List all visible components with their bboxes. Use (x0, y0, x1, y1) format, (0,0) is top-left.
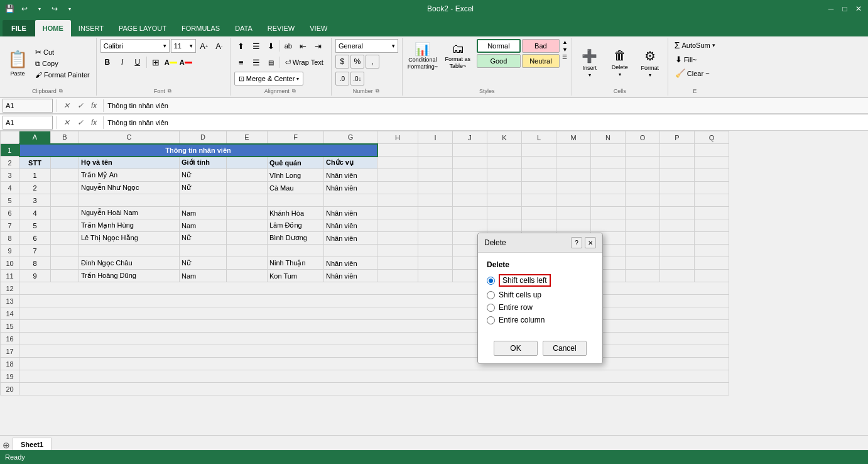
align-center-button[interactable]: ☰ (249, 55, 263, 69)
cell-G6[interactable]: Nhân viên (324, 207, 377, 219)
cell-A7[interactable]: 5 (19, 219, 51, 232)
cell-G4[interactable]: Nhân viên (324, 182, 377, 194)
col-header-F[interactable]: F (268, 131, 324, 144)
cell-A3[interactable]: 1 (19, 169, 51, 182)
insert-cells-button[interactable]: ➕ Insert ▾ (576, 45, 604, 81)
cell-A2[interactable]: STT (19, 157, 51, 169)
clear-button[interactable]: 🧹 Clear ~ (672, 67, 713, 79)
cell-C3[interactable]: Trần Mỹ An (79, 169, 180, 182)
sheet-tab-1[interactable]: Sheet1 (13, 438, 52, 450)
align-middle-button[interactable]: ☰ (249, 39, 263, 53)
currency-button[interactable]: $ (335, 55, 349, 69)
font-size-dropdown[interactable]: ▾ (190, 43, 193, 49)
row-header-3[interactable]: 3 (1, 169, 19, 182)
conditional-formatting-button[interactable]: 📊 Conditional Formatting~ (406, 39, 439, 73)
cancel-formula[interactable]: ✕ (61, 118, 72, 127)
cell-F6[interactable]: Khánh Hòa (268, 207, 324, 219)
cell-D11[interactable]: Nam (180, 270, 227, 282)
autosum-dropdown[interactable]: ▾ (712, 42, 715, 48)
italic-button[interactable]: I (116, 55, 129, 69)
dialog-ok-button[interactable]: OK (494, 341, 538, 356)
tab-insert[interactable]: INSERT (71, 20, 111, 36)
close-button[interactable]: ✕ (852, 2, 865, 16)
styles-more-button[interactable]: ▲ (562, 39, 568, 45)
confirm-formula[interactable]: ✓ (75, 118, 86, 127)
insert-dropdown[interactable]: ▾ (589, 72, 591, 78)
undo-dropdown[interactable]: ▾ (33, 2, 46, 16)
confirm-formula-outer[interactable]: ✓ (75, 101, 86, 110)
text-direction-button[interactable]: ab (281, 39, 295, 53)
fx-button[interactable]: fx (89, 118, 99, 127)
row-header-7[interactable]: 7 (1, 219, 19, 232)
cell-G10[interactable]: Nhân viên (324, 257, 377, 270)
row-header-5[interactable]: 5 (1, 194, 19, 207)
sheet-area[interactable]: A B C D E F G H I J K L M N O (0, 131, 868, 435)
row-header-2[interactable]: 2 (1, 157, 19, 169)
cell-G11[interactable]: Nhân viên (324, 270, 377, 282)
format-cells-button[interactable]: ⚙ Format ▾ (636, 45, 664, 81)
formula-input-outer[interactable] (107, 99, 865, 113)
cell-A11[interactable]: 9 (19, 270, 51, 282)
tab-data[interactable]: DATA (227, 20, 260, 36)
cell-A4[interactable]: 2 (19, 182, 51, 194)
copy-button[interactable]: ⧉ Copy (33, 58, 92, 69)
col-header-N[interactable]: N (591, 131, 626, 144)
cell-A8[interactable]: 6 (19, 232, 51, 245)
col-header-I[interactable]: I (418, 131, 453, 144)
cell-F3[interactable]: Vĩnh Long (268, 169, 324, 182)
row-header-9[interactable]: 9 (1, 245, 19, 257)
cut-button[interactable]: ✂ Cut (33, 47, 92, 58)
row-header-8[interactable]: 8 (1, 232, 19, 245)
styles-less-button[interactable]: ▼ (562, 47, 568, 53)
row-header-1[interactable]: 1 (1, 144, 19, 157)
add-sheet-button[interactable]: ⊕ (3, 440, 10, 450)
cancel-formula-outer[interactable]: ✕ (61, 101, 72, 110)
col-header-Q[interactable]: Q (695, 131, 729, 144)
row-header-4[interactable]: 4 (1, 182, 19, 194)
tab-view[interactable]: VIEW (302, 20, 335, 36)
row-header-11[interactable]: 11 (1, 270, 19, 282)
maximize-button[interactable]: □ (838, 2, 852, 16)
col-header-E[interactable]: E (227, 131, 268, 144)
name-box-outer[interactable]: A1 (3, 99, 53, 113)
paste-button[interactable]: 📋 Paste (4, 45, 31, 81)
align-bottom-button[interactable]: ⬇ (264, 39, 278, 53)
cell-B2[interactable] (51, 157, 79, 169)
cell-F4[interactable]: Cà Mau (268, 182, 324, 194)
radio-entire-col[interactable]: Entire column (487, 316, 594, 324)
col-header-H[interactable]: H (377, 131, 418, 144)
save-button[interactable]: 💾 (3, 2, 16, 16)
cell-A1[interactable]: Thông tin nhân viên (19, 144, 377, 157)
tab-formulas[interactable]: FORMULAS (174, 20, 227, 36)
align-left-button[interactable]: ≡ (234, 55, 248, 69)
cell-C2[interactable]: Họ và tên (79, 157, 180, 169)
comma-button[interactable]: , (366, 55, 379, 69)
dialog-cancel-button[interactable]: Cancel (543, 341, 587, 356)
alignment-expand[interactable]: ⧉ (291, 88, 297, 94)
format-painter-button[interactable]: 🖌 Format Painter (33, 70, 92, 80)
font-color-button[interactable]: A (179, 55, 193, 69)
good-style-button[interactable]: Good (477, 54, 521, 68)
cell-G8[interactable]: Nhân viên (324, 232, 377, 245)
styles-menu-button[interactable]: ☰ (562, 54, 568, 60)
tab-review[interactable]: REVIEW (260, 20, 302, 36)
minimize-button[interactable]: ─ (824, 2, 838, 16)
cell-F8[interactable]: Bình Dương (268, 232, 324, 245)
cell-G3[interactable]: Nhân viên (324, 169, 377, 182)
cell-G2[interactable]: Chức vụ (324, 157, 377, 169)
dialog-close-button[interactable]: ✕ (585, 237, 596, 248)
col-header-C[interactable]: C (79, 131, 180, 144)
fx-button-outer[interactable]: fx (89, 101, 99, 110)
cell-G7[interactable]: Nhân viên (324, 219, 377, 232)
tab-home[interactable]: HOME (35, 20, 71, 36)
cell-D6[interactable]: Nam (180, 207, 227, 219)
wrap-text-button[interactable]: ⏎ Wrap Text (281, 57, 327, 69)
redo-dropdown[interactable]: ▾ (63, 2, 77, 16)
cell-C4[interactable]: Nguyễn Như Ngọc (79, 182, 180, 194)
col-header-K[interactable]: K (487, 131, 522, 144)
cell-D3[interactable]: Nữ (180, 169, 227, 182)
bad-style-button[interactable]: Bad (522, 39, 560, 53)
redo-button[interactable]: ↪ (48, 2, 62, 16)
row-header-6[interactable]: 6 (1, 207, 19, 219)
font-name-dropdown[interactable]: ▾ (163, 43, 166, 49)
